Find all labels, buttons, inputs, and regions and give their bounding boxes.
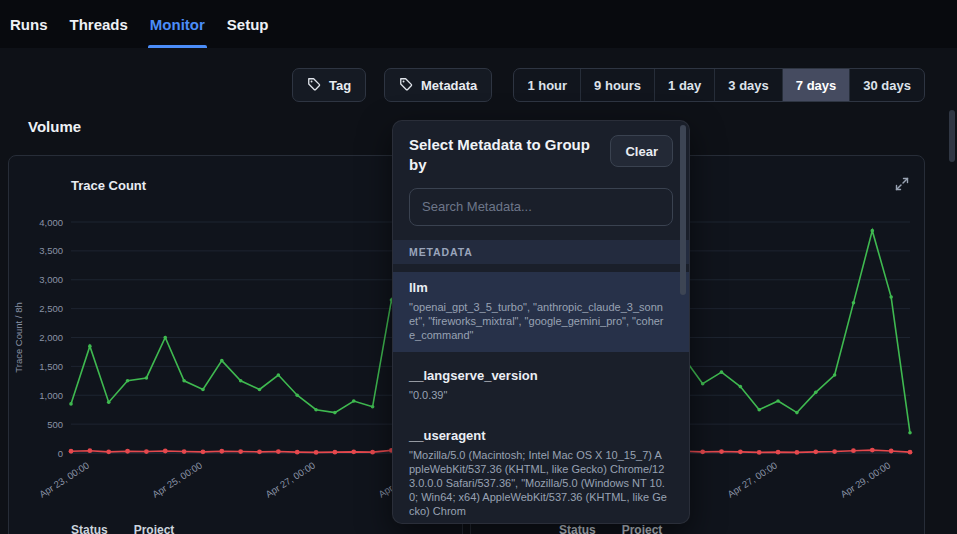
legend-status: Status xyxy=(559,523,596,534)
popup-scrollbar-thumb[interactable] xyxy=(680,125,686,295)
chart-legend: Status Project xyxy=(559,523,662,534)
metadata-search-input[interactable] xyxy=(409,188,673,226)
tab-threads[interactable]: Threads xyxy=(70,0,128,48)
metadata-groupby-popup: Select Metadata to Group by Clear METADA… xyxy=(392,120,690,524)
tag-icon xyxy=(307,77,321,94)
tab-setup[interactable]: Setup xyxy=(227,0,269,48)
chart-title: Trace Count xyxy=(71,178,146,193)
time-range-1-day[interactable]: 1 day xyxy=(654,69,714,101)
svg-text:2,500: 2,500 xyxy=(39,303,63,314)
svg-text:0: 0 xyxy=(58,448,63,459)
svg-text:3,000: 3,000 xyxy=(39,274,63,285)
volume-section-title: Volume xyxy=(28,118,81,135)
svg-text:Apr 25, 00:00: Apr 25, 00:00 xyxy=(150,459,204,499)
metadata-item-langserve-version[interactable]: __langserve_version "0.0.39" xyxy=(393,360,689,412)
chart-legend: Status Project xyxy=(71,523,174,534)
metadata-button-label: Metadata xyxy=(421,78,477,93)
metadata-item-llm[interactable]: llm "openai_gpt_3_5_turbo", "anthropic_c… xyxy=(393,272,689,352)
metadata-values: "0.0.39" xyxy=(409,388,667,402)
tab-monitor[interactable]: Monitor xyxy=(150,0,205,48)
svg-text:Apr 29, 00:00: Apr 29, 00:00 xyxy=(838,459,892,499)
legend-status: Status xyxy=(71,523,108,534)
metadata-key: __useragent xyxy=(409,428,667,444)
popup-header: Select Metadata to Group by Clear xyxy=(393,121,689,182)
tab-runs[interactable]: Runs xyxy=(10,0,48,48)
popup-title: Select Metadata to Group by xyxy=(409,135,604,176)
svg-text:Apr 27, 00:00: Apr 27, 00:00 xyxy=(263,459,317,499)
tag-button-label: Tag xyxy=(329,78,351,93)
svg-text:500: 500 xyxy=(47,419,63,430)
svg-text:4,000: 4,000 xyxy=(39,217,63,228)
time-range-7-days[interactable]: 7 days xyxy=(782,69,849,101)
svg-text:2,000: 2,000 xyxy=(39,332,63,343)
time-range-30-days[interactable]: 30 days xyxy=(849,69,924,101)
svg-text:Apr 23, 00:00: Apr 23, 00:00 xyxy=(37,459,91,499)
tag-icon xyxy=(399,77,413,94)
time-range-selector: 1 hour 9 hours 1 day 3 days 7 days 30 da… xyxy=(513,68,925,102)
clear-button[interactable]: Clear xyxy=(610,135,673,167)
metadata-group-header: METADATA xyxy=(393,240,689,264)
expand-icon[interactable] xyxy=(894,176,910,192)
metadata-values: "Mozilla/5.0 (Macintosh; Intel Mac OS X … xyxy=(409,448,667,518)
svg-text:Trace Count / 8h: Trace Count / 8h xyxy=(13,302,24,372)
svg-text:3,500: 3,500 xyxy=(39,245,63,256)
legend-project: Project xyxy=(134,523,175,534)
time-range-9-hours[interactable]: 9 hours xyxy=(580,69,654,101)
top-nav: Runs Threads Monitor Setup xyxy=(0,0,957,48)
metadata-key: llm xyxy=(409,280,667,296)
page-scrollbar-thumb[interactable] xyxy=(949,110,955,162)
tag-filter-button[interactable]: Tag xyxy=(292,68,366,102)
svg-text:Apr 27, 00:00: Apr 27, 00:00 xyxy=(725,459,779,499)
metadata-key: __langserve_version xyxy=(409,368,667,384)
metadata-filter-button[interactable]: Metadata xyxy=(384,68,492,102)
time-range-1-hour[interactable]: 1 hour xyxy=(514,69,580,101)
legend-project: Project xyxy=(622,523,663,534)
svg-text:1,000: 1,000 xyxy=(39,390,63,401)
metadata-item-useragent[interactable]: __useragent "Mozilla/5.0 (Macintosh; Int… xyxy=(393,420,689,525)
time-range-3-days[interactable]: 3 days xyxy=(714,69,781,101)
metadata-values: "openai_gpt_3_5_turbo", "anthropic_claud… xyxy=(409,300,667,342)
monitor-page: Runs Threads Monitor Setup Tag Metadata … xyxy=(0,0,957,534)
svg-text:1,500: 1,500 xyxy=(39,361,63,372)
